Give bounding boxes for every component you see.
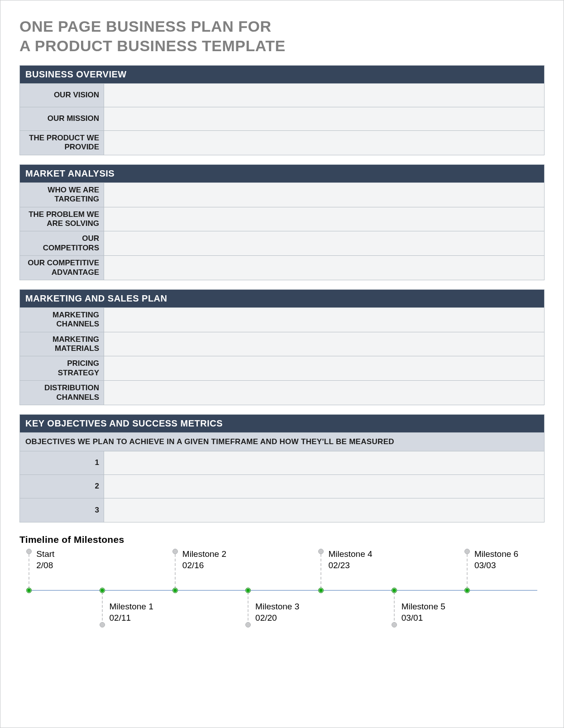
timeline-label: Start2/08: [36, 549, 54, 571]
table-row: MARKETING CHANNELS: [20, 308, 544, 332]
row-value-pricing[interactable]: [104, 356, 544, 380]
timeline-item-name: Start: [36, 549, 54, 560]
milestone-dot-icon: [245, 588, 251, 593]
row-label-obj1: 1: [20, 451, 104, 474]
timeline-item-name: Milestone 6: [474, 549, 518, 560]
row-value-distribution[interactable]: [104, 381, 544, 405]
table-row: WHO WE ARE TARGETING: [20, 183, 544, 207]
table-row: OUR VISION: [20, 84, 544, 107]
pin-icon: [172, 549, 178, 554]
timeline-item-name: Milestone 4: [328, 549, 372, 560]
row-label-obj3: 3: [20, 498, 104, 522]
table-row: OUR COMPETITORS: [20, 231, 544, 256]
timeline-dash: [175, 554, 176, 589]
row-label-channels: MARKETING CHANNELS: [20, 308, 104, 332]
timeline-label: Milestone 202/16: [182, 549, 226, 571]
row-value-obj1[interactable]: [104, 451, 544, 474]
section-market-analysis: MARKET ANALYSIS WHO WE ARE TARGETING THE…: [19, 164, 545, 280]
milestone-dot-icon: [100, 588, 105, 593]
table-row: 1: [20, 451, 544, 475]
timeline-label: Milestone 102/11: [110, 601, 153, 623]
pin-icon: [392, 622, 397, 627]
table-row: OUR MISSION: [20, 107, 544, 131]
row-label-problem: THE PROBLEM WE ARE SOLVING: [20, 207, 104, 231]
row-value-product[interactable]: [104, 131, 544, 155]
pin-icon: [100, 622, 105, 627]
row-label-product: THE PRODUCT WE PROVIDE: [20, 131, 104, 155]
timeline-label: Milestone 603/03: [474, 549, 518, 571]
table-row: THE PRODUCT WE PROVIDE: [20, 131, 544, 155]
milestone-dot-icon: [172, 588, 178, 593]
row-label-obj2: 2: [20, 475, 104, 498]
section-header: MARKETING AND SALES PLAN: [20, 290, 544, 308]
section-header: BUSINESS OVERVIEW: [20, 66, 544, 84]
section-subheader: OBJECTIVES WE PLAN TO ACHIEVE IN A GIVEN…: [20, 433, 544, 451]
row-value-target[interactable]: [104, 183, 544, 207]
timeline-dash: [102, 592, 103, 625]
row-label-materials: MARKETING MATERIALS: [20, 332, 104, 356]
pin-icon: [464, 549, 470, 554]
timeline-item-name: Milestone 3: [255, 601, 299, 613]
section-business-overview: BUSINESS OVERVIEW OUR VISION OUR MISSION…: [19, 65, 545, 155]
row-value-channels[interactable]: [104, 308, 544, 332]
row-value-problem[interactable]: [104, 207, 544, 231]
timeline-item-name: Milestone 2: [182, 549, 226, 560]
milestone-dot-icon: [318, 588, 324, 593]
timeline-item-date: 02/16: [182, 560, 226, 571]
row-label-distribution: DISTRIBUTION CHANNELS: [20, 381, 104, 405]
section-objectives: KEY OBJECTIVES AND SUCCESS METRICS OBJEC…: [19, 414, 545, 522]
row-value-materials[interactable]: [104, 332, 544, 356]
table-row: THE PROBLEM WE ARE SOLVING: [20, 207, 544, 232]
timeline-label: Milestone 503/01: [401, 601, 445, 623]
row-value-obj3[interactable]: [104, 498, 544, 522]
row-label-pricing: PRICING STRATEGY: [20, 356, 104, 380]
timeline-item-date: 02/20: [255, 613, 299, 624]
section-header: KEY OBJECTIVES AND SUCCESS METRICS: [20, 415, 544, 433]
timeline-title: Timeline of Milestones: [19, 534, 545, 545]
table-row: MARKETING MATERIALS: [20, 332, 544, 357]
milestone-dot-icon: [392, 588, 397, 593]
row-label-target: WHO WE ARE TARGETING: [20, 183, 104, 207]
row-value-competitors[interactable]: [104, 231, 544, 255]
row-label-advantage: OUR COMPETITIVE ADVANTAGE: [20, 256, 104, 280]
timeline-item-date: 02/23: [328, 560, 372, 571]
row-label-mission: OUR MISSION: [20, 107, 104, 130]
row-value-mission[interactable]: [104, 107, 544, 130]
page-title: ONE PAGE BUSINESS PLAN FOR A PRODUCT BUS…: [19, 17, 545, 55]
pin-icon: [245, 622, 251, 627]
timeline-dash: [248, 592, 249, 625]
table-row: 2: [20, 475, 544, 498]
timeline-item-name: Milestone 5: [401, 601, 445, 613]
timeline-dash: [467, 554, 468, 589]
timeline-item-date: 03/03: [474, 560, 518, 571]
pin-icon: [318, 549, 324, 554]
table-row: PRICING STRATEGY: [20, 356, 544, 381]
row-label-competitors: OUR COMPETITORS: [20, 231, 104, 255]
table-row: DISTRIBUTION CHANNELS: [20, 381, 544, 405]
timeline-label: Milestone 302/20: [255, 601, 299, 623]
pin-icon: [26, 549, 32, 554]
timeline-dash: [29, 554, 29, 589]
timeline-item-date: 03/01: [401, 613, 445, 624]
timeline-item-date: 02/11: [110, 613, 153, 624]
row-value-obj2[interactable]: [104, 475, 544, 498]
milestone-dot-icon: [26, 588, 32, 593]
timeline-dash: [320, 554, 321, 589]
timeline-dash: [394, 592, 395, 625]
timeline-chart: Start2/08Milestone 102/11Milestone 202/1…: [21, 547, 543, 642]
row-value-advantage[interactable]: [104, 256, 544, 280]
section-marketing-sales: MARKETING AND SALES PLAN MARKETING CHANN…: [19, 289, 545, 405]
timeline-item-date: 2/08: [36, 560, 54, 571]
timeline-item-name: Milestone 1: [110, 601, 153, 613]
table-row: OUR COMPETITIVE ADVANTAGE: [20, 256, 544, 280]
section-header: MARKET ANALYSIS: [20, 165, 544, 183]
row-label-vision: OUR VISION: [20, 84, 104, 107]
table-row: 3: [20, 498, 544, 522]
row-value-vision[interactable]: [104, 84, 544, 107]
timeline-label: Milestone 402/23: [328, 549, 372, 571]
page-container: ONE PAGE BUSINESS PLAN FOR A PRODUCT BUS…: [0, 0, 564, 728]
milestone-dot-icon: [464, 588, 470, 593]
